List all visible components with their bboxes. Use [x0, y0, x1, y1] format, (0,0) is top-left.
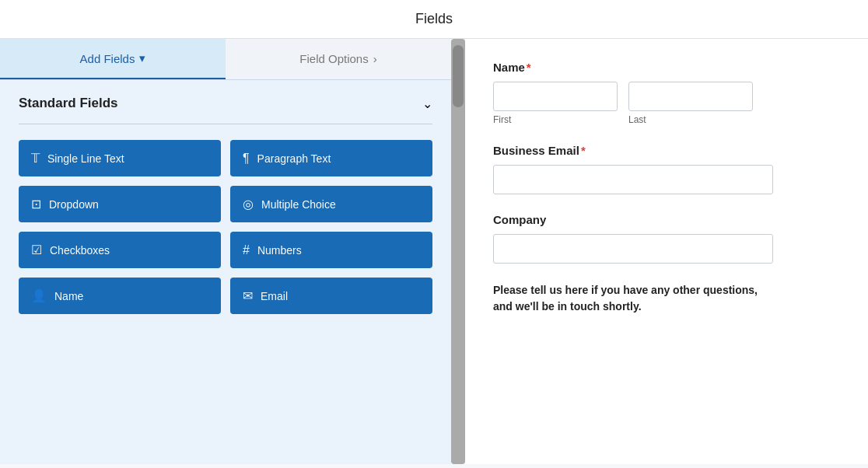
paragraph-text-label: Paragraph Text: [257, 152, 331, 165]
email-icon: ✉: [243, 288, 253, 303]
form-note-group: Please tell us here if you have any othe…: [493, 282, 840, 315]
paragraph-text-button[interactable]: ¶ Paragraph Text: [230, 140, 432, 176]
main-layout: Add Fields ▾ Field Options › Standard Fi…: [0, 39, 868, 464]
name-icon: 👤: [31, 288, 47, 303]
multiple-choice-icon: ◎: [243, 197, 254, 211]
last-name-group: Last: [628, 82, 753, 125]
page-title: Fields: [0, 11, 868, 27]
form-name-group: Name* First Last: [493, 61, 840, 125]
tab-field-options[interactable]: Field Options ›: [226, 39, 451, 79]
add-fields-chevron-icon: ▾: [139, 51, 145, 65]
single-line-text-button[interactable]: 𝕋 Single Line Text: [19, 140, 221, 176]
name-inputs: First Last: [493, 82, 840, 125]
tab-add-fields[interactable]: Add Fields ▾: [0, 39, 226, 79]
page-header: Fields: [0, 0, 868, 39]
form-note: Please tell us here if you have any othe…: [493, 282, 773, 315]
scrollbar-divider[interactable]: [451, 39, 465, 464]
field-options-label: Field Options: [299, 52, 368, 65]
name-required-star: *: [527, 61, 531, 74]
name-button[interactable]: 👤 Name: [19, 278, 221, 314]
last-name-input[interactable]: [628, 82, 753, 111]
multiple-choice-button[interactable]: ◎ Multiple Choice: [230, 186, 432, 222]
paragraph-text-icon: ¶: [243, 152, 250, 166]
left-panel: Add Fields ▾ Field Options › Standard Fi…: [0, 39, 451, 464]
tab-bar: Add Fields ▾ Field Options ›: [0, 39, 451, 80]
numbers-icon: #: [243, 243, 250, 257]
numbers-button[interactable]: # Numbers: [230, 232, 432, 268]
company-input[interactable]: [493, 234, 773, 264]
section-title: Standard Fields: [19, 96, 118, 111]
checkboxes-icon: ☑: [31, 243, 42, 257]
dropdown-label: Dropdown: [49, 198, 99, 211]
add-fields-label: Add Fields: [80, 52, 135, 65]
scrollbar-thumb[interactable]: [453, 45, 464, 107]
first-name-sublabel: First: [493, 114, 618, 125]
fields-content: Standard Fields ⌄ 𝕋 Single Line Text ¶ P…: [0, 80, 451, 464]
email-required-star: *: [581, 144, 586, 157]
section-divider: [19, 124, 432, 124]
checkboxes-button[interactable]: ☑ Checkboxes: [19, 232, 221, 268]
dropdown-button[interactable]: ⊡ Dropdown: [19, 186, 221, 222]
company-label: Company: [493, 213, 840, 226]
single-line-text-icon: 𝕋: [31, 151, 40, 166]
last-name-sublabel: Last: [628, 114, 753, 125]
multiple-choice-label: Multiple Choice: [261, 198, 336, 211]
business-email-input[interactable]: [493, 165, 773, 194]
form-company-group: Company: [493, 213, 840, 264]
fields-grid: 𝕋 Single Line Text ¶ Paragraph Text ⊡ Dr…: [19, 140, 432, 314]
section-header: Standard Fields ⌄: [19, 96, 432, 111]
checkboxes-label: Checkboxes: [50, 244, 110, 257]
name-label: Name: [54, 290, 83, 302]
right-panel: Name* First Last Business Email* C: [465, 39, 868, 464]
business-email-label: Business Email*: [493, 144, 840, 157]
section-collapse-icon[interactable]: ⌄: [422, 96, 432, 111]
form-business-email-group: Business Email*: [493, 144, 840, 194]
dropdown-icon: ⊡: [31, 197, 41, 211]
first-name-group: First: [493, 82, 618, 125]
name-field-label: Name*: [493, 61, 840, 74]
email-label: Email: [261, 290, 288, 302]
field-options-chevron-icon: ›: [373, 52, 377, 65]
first-name-input[interactable]: [493, 82, 618, 111]
single-line-text-label: Single Line Text: [47, 152, 124, 165]
email-button[interactable]: ✉ Email: [230, 278, 432, 314]
numbers-label: Numbers: [257, 244, 302, 257]
